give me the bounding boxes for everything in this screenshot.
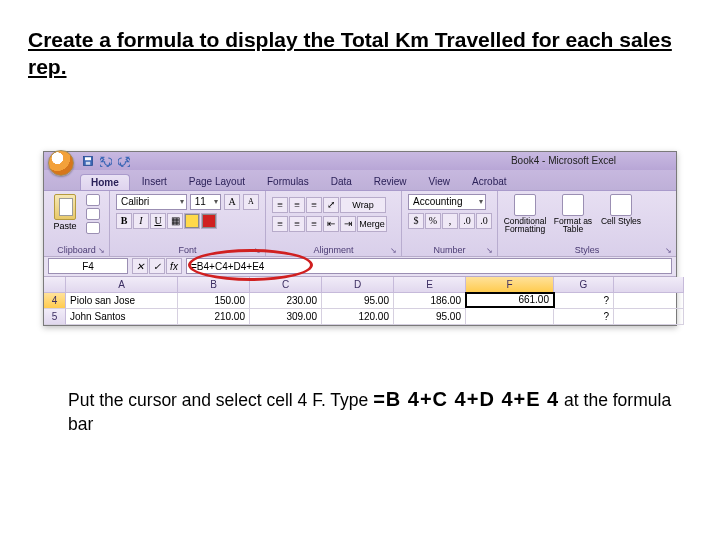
group-clipboard: Paste Clipboard: [44, 191, 110, 256]
excel-screenshot: Book4 - Microsoft Excel Home Insert Page…: [43, 151, 677, 326]
col-header-E[interactable]: E: [394, 277, 466, 293]
group-label-font: Font: [116, 244, 259, 255]
save-icon[interactable]: [82, 155, 94, 167]
align-left-icon[interactable]: ≡: [272, 216, 288, 232]
window-title: Book4 - Microsoft Excel: [511, 155, 616, 166]
font-color-button[interactable]: [201, 213, 217, 229]
cell[interactable]: John Santos: [66, 309, 178, 325]
cell[interactable]: [614, 309, 684, 325]
cell[interactable]: 230.00: [250, 293, 322, 309]
italic-button[interactable]: I: [133, 213, 149, 229]
font-size-combo[interactable]: 11: [190, 194, 221, 210]
align-top-icon[interactable]: ≡: [272, 197, 288, 213]
col-header-B[interactable]: B: [178, 277, 250, 293]
col-header-D[interactable]: D: [322, 277, 394, 293]
conditional-formatting-button[interactable]: Conditional Formatting: [504, 194, 546, 234]
fx-icon[interactable]: fx: [166, 258, 182, 274]
col-header-G[interactable]: G: [554, 277, 614, 293]
col-header-F[interactable]: F: [466, 277, 554, 293]
merge-button[interactable]: Merge: [357, 216, 387, 232]
cell[interactable]: 661.00: [465, 292, 555, 308]
wrap-text-button[interactable]: Wrap: [340, 197, 386, 213]
office-button[interactable]: [48, 150, 74, 176]
currency-icon[interactable]: $: [408, 213, 424, 229]
cell-styles-button[interactable]: Cell Styles: [600, 194, 642, 226]
tab-formulas[interactable]: Formulas: [257, 174, 319, 190]
group-number: Accounting $ % , .0 .0 Number: [402, 191, 498, 256]
cell[interactable]: 120.00: [322, 309, 394, 325]
fill-color-button[interactable]: [184, 213, 200, 229]
col-header-[interactable]: [614, 277, 684, 293]
align-bottom-icon[interactable]: ≡: [306, 197, 322, 213]
column-headers: ABCDEFG: [44, 277, 676, 293]
bold-button[interactable]: B: [116, 213, 132, 229]
cell[interactable]: 150.00: [178, 293, 250, 309]
group-font: Calibri 11 A A B I U ▦ Font: [110, 191, 266, 256]
paste-button[interactable]: Paste: [50, 194, 80, 231]
tab-view[interactable]: View: [419, 174, 461, 190]
row-header[interactable]: 5: [44, 309, 66, 325]
decrease-indent-icon[interactable]: ⇤: [323, 216, 339, 232]
align-right-icon[interactable]: ≡: [306, 216, 322, 232]
percent-icon[interactable]: %: [425, 213, 441, 229]
cell[interactable]: ?: [554, 309, 614, 325]
table-row: 4Piolo san Jose150.00230.0095.00186.0066…: [44, 293, 676, 309]
formula-input[interactable]: =B4+C4+D4+E4: [186, 258, 672, 274]
font-face-combo[interactable]: Calibri: [116, 194, 187, 210]
quick-access-toolbar: [82, 155, 130, 167]
comma-icon[interactable]: ,: [442, 213, 458, 229]
table-row: 5John Santos210.00309.00120.0095.00?: [44, 309, 676, 325]
instruction-pre: Put the cursor and select cell 4 F. Type: [68, 390, 373, 410]
group-label-alignment: Alignment: [272, 244, 395, 255]
enter-icon[interactable]: ✓: [149, 258, 165, 274]
cell[interactable]: 210.00: [178, 309, 250, 325]
cell[interactable]: 95.00: [394, 309, 466, 325]
tab-acrobat[interactable]: Acrobat: [462, 174, 516, 190]
cut-icon[interactable]: [86, 194, 100, 206]
align-center-icon[interactable]: ≡: [289, 216, 305, 232]
cell[interactable]: 309.00: [250, 309, 322, 325]
increase-indent-icon[interactable]: ⇥: [340, 216, 356, 232]
decrease-decimal-icon[interactable]: .0: [476, 213, 492, 229]
col-header-C[interactable]: C: [250, 277, 322, 293]
redo-icon[interactable]: [118, 155, 130, 167]
svg-rect-1: [85, 157, 91, 160]
copy-icon[interactable]: [86, 208, 100, 220]
cell[interactable]: 186.00: [394, 293, 466, 309]
cell[interactable]: [466, 309, 554, 325]
group-styles: Conditional Formatting Format as Table C…: [498, 191, 676, 256]
group-label-number: Number: [408, 244, 491, 255]
shrink-font-icon[interactable]: A: [243, 194, 259, 210]
align-middle-icon[interactable]: ≡: [289, 197, 305, 213]
cell[interactable]: Piolo san Jose: [66, 293, 178, 309]
grow-font-icon[interactable]: A: [224, 194, 240, 210]
tab-page-layout[interactable]: Page Layout: [179, 174, 255, 190]
name-box[interactable]: F4: [48, 258, 128, 274]
cell[interactable]: 95.00: [322, 293, 394, 309]
cell[interactable]: ?: [554, 293, 614, 309]
increase-decimal-icon[interactable]: .0: [459, 213, 475, 229]
underline-button[interactable]: U: [150, 213, 166, 229]
format-as-table-icon: [562, 194, 584, 216]
format-as-table-button[interactable]: Format as Table: [552, 194, 594, 234]
row-header[interactable]: 4: [44, 293, 66, 309]
orientation-icon[interactable]: ⤢: [323, 197, 339, 213]
undo-icon[interactable]: [100, 155, 112, 167]
border-button[interactable]: ▦: [167, 213, 183, 229]
tab-data[interactable]: Data: [321, 174, 362, 190]
ribbon-tabs: Home Insert Page Layout Formulas Data Re…: [44, 170, 676, 190]
select-all-corner[interactable]: [44, 277, 66, 293]
number-format-combo[interactable]: Accounting: [408, 194, 486, 210]
spreadsheet-grid[interactable]: ABCDEFG 4Piolo san Jose150.00230.0095.00…: [44, 276, 676, 325]
cancel-icon[interactable]: ✕: [132, 258, 148, 274]
tab-insert[interactable]: Insert: [132, 174, 177, 190]
col-header-A[interactable]: A: [66, 277, 178, 293]
cell[interactable]: [614, 293, 684, 309]
instruction-formula: =B 4+C 4+D 4+E 4: [373, 388, 559, 410]
formula-bar: F4 ✕ ✓ fx =B4+C4+D4+E4: [44, 256, 676, 276]
format-painter-icon[interactable]: [86, 222, 100, 234]
group-label-styles: Styles: [504, 244, 670, 255]
tab-review[interactable]: Review: [364, 174, 417, 190]
conditional-formatting-icon: [514, 194, 536, 216]
tab-home[interactable]: Home: [80, 174, 130, 190]
